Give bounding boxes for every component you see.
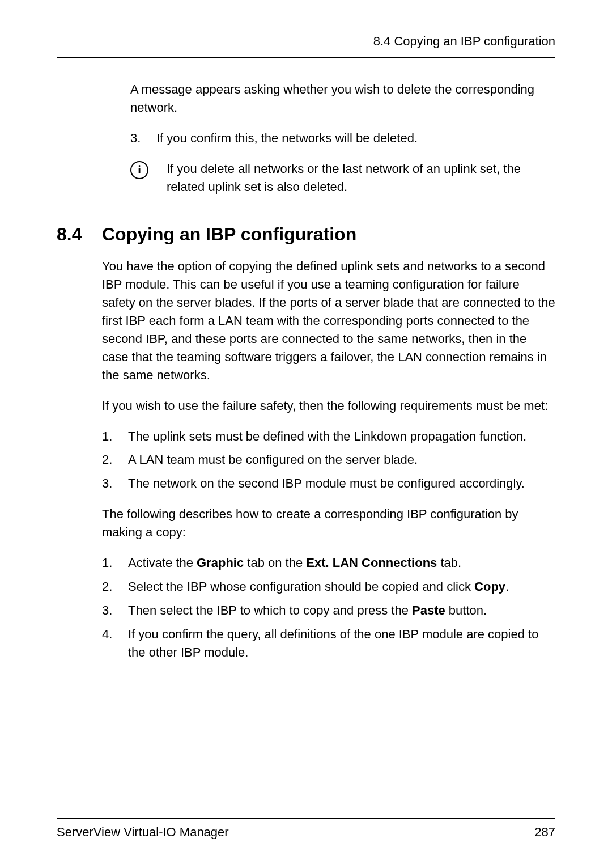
- requirements-list: 1. The uplink sets must be defined with …: [102, 427, 555, 493]
- list-item: 3. The network on the second IBP module …: [102, 475, 555, 493]
- footer-product: ServerView Virtual-IO Manager: [57, 825, 229, 840]
- list-number: 4.: [102, 625, 128, 662]
- note-icon-wrap: i: [130, 160, 167, 179]
- list-number: 2.: [102, 451, 128, 469]
- footer-page-number: 287: [534, 825, 555, 840]
- list-text: Activate the Graphic tab on the Ext. LAN…: [128, 554, 555, 572]
- running-header: 8.4 Copying an IBP configuration: [57, 34, 555, 49]
- section-title: Copying an IBP configuration: [102, 224, 356, 245]
- list-item: 4. If you confirm the query, all definit…: [102, 625, 555, 662]
- intro-message-para: A message appears asking whether you wis…: [130, 81, 555, 117]
- list-text: If you confirm this, the networks will b…: [156, 129, 555, 147]
- list-item: 3. Then select the IBP to which to copy …: [102, 602, 555, 620]
- list-number: 3.: [102, 475, 128, 493]
- section-number: 8.4: [57, 224, 102, 245]
- intro-list: 3. If you confirm this, the networks wil…: [130, 129, 555, 147]
- list-item: 2. A LAN team must be configured on the …: [102, 451, 555, 469]
- footer-rule: [57, 818, 555, 819]
- section-para-3: The following describes how to create a …: [102, 505, 555, 541]
- section-para-2: If you wish to use the failure safety, t…: [102, 397, 555, 415]
- list-text: The network on the second IBP module mus…: [128, 475, 555, 493]
- list-item: 2. Select the IBP whose configuration sh…: [102, 578, 555, 596]
- list-number: 1.: [102, 554, 128, 572]
- running-title: 8.4 Copying an IBP configuration: [373, 34, 555, 48]
- list-number: 2.: [102, 578, 128, 596]
- page-footer: ServerView Virtual-IO Manager 287: [57, 818, 555, 840]
- note-text: If you delete all networks or the last n…: [167, 160, 555, 196]
- bold-term: Ext. LAN Connections: [306, 556, 437, 570]
- page-content: A message appears asking whether you wis…: [57, 81, 555, 818]
- footer-row: ServerView Virtual-IO Manager 287: [57, 825, 555, 840]
- list-item: 1. Activate the Graphic tab on the Ext. …: [102, 554, 555, 572]
- bold-term: Graphic: [197, 556, 244, 570]
- list-item: 3. If you confirm this, the networks wil…: [130, 129, 555, 147]
- info-icon: i: [130, 161, 148, 179]
- note-row: i If you delete all networks or the last…: [130, 160, 555, 196]
- section-heading: 8.4 Copying an IBP configuration: [57, 224, 555, 245]
- list-item: 1. The uplink sets must be defined with …: [102, 427, 555, 446]
- bold-term: Paste: [412, 603, 445, 617]
- list-text: If you confirm the query, all definition…: [128, 625, 555, 662]
- intro-block: A message appears asking whether you wis…: [102, 81, 555, 196]
- list-number: 3.: [102, 602, 128, 620]
- list-number: 3.: [130, 129, 156, 147]
- list-text: Select the IBP whose configuration shoul…: [128, 578, 555, 596]
- bold-term: Copy: [474, 579, 505, 594]
- list-text: Then select the IBP to which to copy and…: [128, 602, 555, 620]
- header-rule: [57, 57, 555, 58]
- list-text: The uplink sets must be defined with the…: [128, 427, 555, 446]
- list-number: 1.: [102, 427, 128, 446]
- steps-list: 1. Activate the Graphic tab on the Ext. …: [102, 554, 555, 661]
- section-para-1: You have the option of copying the defin…: [102, 257, 555, 384]
- list-text: A LAN team must be configured on the ser…: [128, 451, 555, 469]
